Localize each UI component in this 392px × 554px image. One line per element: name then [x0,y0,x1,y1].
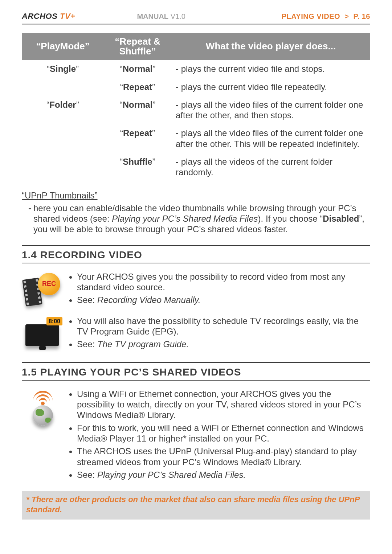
list-item: Using a WiFi or Ethernet connection, you… [77,389,370,420]
tv-schedule-icon: 8:00 [22,316,62,352]
manual-label: MANUAL V1.0 [137,12,185,21]
section-1-4: 1.4 RECORDING VIDEO [22,245,370,263]
section-title: 1.4 RECORDING VIDEO [22,248,370,263]
footnote: * There are other products on the market… [22,491,370,520]
table-row: “Repeat” - plays all the video files of … [22,124,370,153]
list-item: Your ARCHOS gives you the possibility to… [77,271,370,293]
breadcrumb-section: PLAYING VIDEO [282,12,340,20]
playmode-table: “PlayMode” “Repeat & Shuffle” What the v… [22,33,370,181]
rec-icon: REC [22,271,62,308]
list-item: See: The TV program Guide. [77,339,370,349]
brand-name: ARCHOS [22,12,57,21]
table-row: “Folder” “Normal” - plays all the video … [22,96,370,124]
list-item: For this to work, you will need a WiFi o… [77,423,370,444]
breadcrumb-page: P. 16 [353,12,370,20]
manual-page: ARCHOS TV+ MANUAL V1.0 PLAYING VIDEO > P… [0,0,392,534]
table-row: “Single” “Normal” - plays the current vi… [22,60,370,78]
breadcrumb: PLAYING VIDEO > P. 16 [282,12,370,21]
brand-logo: ARCHOS TV+ [22,12,75,21]
upnp-thumbnails-heading: “UPnP Thumbnails” [22,190,370,201]
bullet-list: Using a WiFi or Ethernet connection, you… [70,389,370,482]
top-bar: ARCHOS TV+ MANUAL V1.0 PLAYING VIDEO > P… [22,12,370,25]
section-title: 1.5 PLAYING YOUR PC’S SHARED VIDEOS [22,365,370,381]
shared-videos-row: Using a WiFi or Ethernet connection, you… [22,389,370,482]
wifi-globe-icon [22,389,62,432]
recording-row-2: 8:00 You will also have the possibility … [22,316,370,352]
list-item: You will also have the possibility to sc… [77,316,370,337]
bullet-list: You will also have the possibility to sc… [70,316,370,352]
rec-badge: REC [38,273,60,295]
breadcrumb-sep: > [342,12,351,20]
list-item: See: Recording Video Manually. [77,295,370,305]
recording-row-1: REC Your ARCHOS gives you the possibilit… [22,271,370,308]
upnp-thumbnails-text: - here you can enable/disable the video … [22,203,370,235]
list-item: See: Playing your PC’s Shared Media File… [77,469,370,480]
section-1-5: 1.5 PLAYING YOUR PC’S SHARED VIDEOS [22,362,370,381]
brand-suffix: TV+ [57,12,75,21]
table-row: “Repeat” - plays the current video file … [22,78,370,96]
list-item: The ARCHOS uses the UPnP (Universal Plug… [77,446,370,467]
col-repeat-shuffle: “Repeat & Shuffle” [104,33,171,60]
table-row: “Shuffle” - plays all the videos of the … [22,153,370,181]
col-description: What the video player does... [171,33,370,60]
col-playmode: “PlayMode” [22,33,104,60]
tv-time-badge: 8:00 [46,317,62,326]
bullet-list: Your ARCHOS gives you the possibility to… [70,271,370,308]
